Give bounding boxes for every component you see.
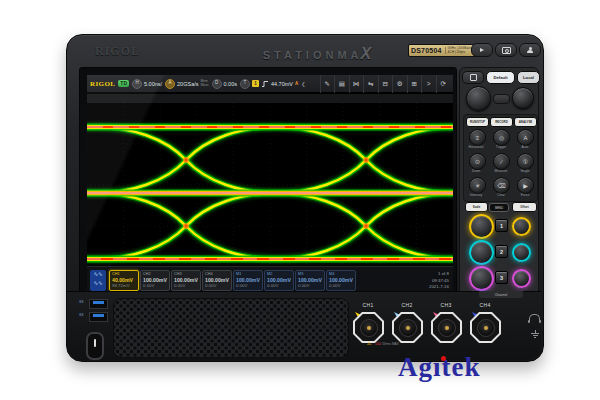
refresh-icon[interactable]: ⟳ bbox=[436, 75, 451, 93]
bnc-label-ch1: CH1 bbox=[353, 302, 383, 308]
toolbar-icon-group: ✎ ▤ ⋈ ⇆ ⊟ ⚙ ⊞ > ⟳ bbox=[320, 75, 451, 93]
user-button[interactable] bbox=[519, 43, 541, 57]
thumb-wave-icon: ∿∿ bbox=[90, 270, 106, 279]
arrows-icon[interactable]: ⇆ bbox=[363, 75, 378, 93]
single-button[interactable]: ① bbox=[517, 153, 534, 170]
bnc-label-ch2: CH2 bbox=[392, 302, 422, 308]
ch2-offset-knob[interactable] bbox=[512, 243, 531, 262]
ch3-select-button[interactable]: 3 bbox=[495, 271, 508, 284]
status-info: 1 of 8 09:37:45 2021-7-16 bbox=[379, 271, 449, 291]
trigger-level-value: 44.70mV bbox=[271, 81, 293, 87]
offset-label-button[interactable]: Offset bbox=[512, 202, 537, 212]
ch1-select-button[interactable]: 1 bbox=[495, 219, 508, 232]
default-button[interactable]: Default bbox=[486, 71, 515, 84]
bnc-connector-ch1[interactable] bbox=[353, 312, 384, 343]
ch3-offset-knob[interactable] bbox=[512, 269, 531, 288]
zoom-button[interactable]: ⊙ bbox=[469, 153, 486, 170]
ch2-scale-knob[interactable] bbox=[469, 240, 494, 265]
bnc-connector-ch3[interactable] bbox=[431, 312, 462, 343]
ch2-select-button[interactable]: 2 bbox=[495, 245, 508, 258]
run-stop-button[interactable]: RUN/STOP bbox=[466, 117, 489, 127]
channel-box-ch3[interactable]: CH3 100.00mV 0.00V bbox=[171, 270, 201, 291]
force-button[interactable]: ▶ bbox=[517, 177, 534, 194]
navigate-button[interactable] bbox=[493, 94, 510, 104]
delay-icon: D bbox=[212, 79, 222, 89]
ch3-scale-knob[interactable] bbox=[469, 266, 494, 291]
trigger-button[interactable]: ◎ bbox=[493, 129, 510, 146]
horizontal-icon: H bbox=[132, 79, 142, 89]
ch1-scale-knob[interactable] bbox=[469, 214, 494, 239]
channel-section-label: Channel bbox=[479, 291, 523, 298]
local-button[interactable]: Local bbox=[517, 71, 540, 84]
touch-icon bbox=[470, 74, 477, 81]
auto-button[interactable]: A bbox=[517, 129, 534, 146]
sample-rate-value: 20GSa/s bbox=[177, 81, 198, 87]
list-icon[interactable]: ▤ bbox=[334, 75, 349, 93]
delay-value: 0.00s bbox=[224, 81, 237, 87]
m2-offset: 0.00V bbox=[267, 283, 291, 288]
touch-lock-button[interactable] bbox=[462, 71, 484, 84]
screenshot-button[interactable] bbox=[495, 43, 517, 57]
run-state-badge[interactable]: TD bbox=[118, 80, 129, 87]
measure-label: Measure bbox=[489, 169, 513, 173]
waveform-thumbnails[interactable]: ∿∿ ∿∿ bbox=[90, 270, 106, 291]
bnc-connector-ch2[interactable] bbox=[392, 312, 423, 343]
logo-text: tek bbox=[442, 352, 481, 382]
more-chevron-icon[interactable]: > bbox=[421, 75, 436, 93]
speaker-grille bbox=[113, 298, 349, 358]
ch3-offset: 0.00V bbox=[174, 283, 198, 288]
multipurpose-knob-b[interactable] bbox=[512, 87, 534, 109]
settings-gear-icon[interactable]: ⚙ bbox=[392, 75, 407, 93]
acquisition-control[interactable]: A 20GSa/s Mem Wave bbox=[165, 79, 208, 89]
right-control-panel: Default Local RUN/STOP RECORD ANALYSE ≡ … bbox=[459, 67, 539, 325]
acquire-mode-icon[interactable]: ⊟ bbox=[378, 75, 393, 93]
trigger-label: Trigger bbox=[489, 145, 513, 149]
measure-button[interactable]: ∕ bbox=[493, 153, 510, 170]
delay-control[interactable]: D 0.00s bbox=[212, 79, 237, 89]
grid-windows-icon[interactable]: ⊞ bbox=[407, 75, 422, 93]
eye-diagram-display[interactable] bbox=[87, 103, 453, 267]
math-box-m4[interactable]: M4 100.00mV 0.00V bbox=[326, 270, 356, 291]
math-box-m1[interactable]: M1 100.00mV 0.00V bbox=[233, 270, 263, 291]
eye-mask-icon[interactable]: ⋈ bbox=[349, 75, 364, 93]
ch4-offset: 0.00V bbox=[205, 283, 229, 288]
ch3-offset-mark: ▲ bbox=[517, 285, 520, 289]
channel-box-ch1[interactable]: CH1 40.00mV 98.72mV bbox=[109, 270, 139, 291]
logo-red-dot bbox=[441, 356, 446, 361]
trigger-control[interactable]: T 1 44.70mV A bbox=[240, 79, 298, 89]
bnc-connector-ch4[interactable] bbox=[470, 312, 501, 343]
math-box-m2[interactable]: M2 100.00mV 0.00V bbox=[264, 270, 294, 291]
horizontal-button[interactable]: ≡ bbox=[469, 129, 486, 146]
intensity-label: Intensity bbox=[464, 193, 488, 197]
pencil-icon[interactable]: ✎ bbox=[320, 75, 335, 93]
wave-label: Wave bbox=[200, 84, 208, 88]
usb-ss-label: SS bbox=[79, 300, 84, 304]
menu-button[interactable]: MENU bbox=[489, 203, 509, 212]
math-box-m3[interactable]: M3 100.00mV 0.00V bbox=[295, 270, 325, 291]
intensity-button[interactable]: ☀ bbox=[469, 177, 486, 194]
brand-logo-embossed: RIGOL bbox=[95, 44, 140, 59]
play-pause-button[interactable] bbox=[471, 43, 493, 57]
memory-mode-labels: Mem Wave bbox=[200, 80, 208, 87]
clock-date: 2021-7-16 bbox=[379, 284, 449, 291]
analyse-button[interactable]: ANALYSE bbox=[514, 117, 537, 127]
clear-button[interactable]: ⌫ bbox=[493, 177, 510, 194]
channel-box-ch4[interactable]: CH4 100.00mV 0.00V bbox=[202, 270, 232, 291]
clear-label: Clear bbox=[489, 193, 513, 197]
collapse-arrow[interactable]: ❮ bbox=[301, 81, 305, 87]
timebase-control[interactable]: H 5.00ns/ bbox=[132, 79, 162, 89]
scale-label-button[interactable]: Scale bbox=[465, 202, 488, 212]
ch1-offset: 98.72mV bbox=[112, 283, 136, 288]
horizontal-label: Horizontal bbox=[464, 145, 488, 149]
power-button[interactable] bbox=[86, 332, 104, 360]
record-button[interactable]: RECORD bbox=[490, 117, 513, 127]
usb-port-2[interactable] bbox=[89, 312, 108, 322]
channel-box-ch2[interactable]: CH2 100.00mV 0.00V bbox=[140, 270, 170, 291]
warning-triangle-icon: ⚠ bbox=[367, 340, 371, 346]
multipurpose-knob-a[interactable] bbox=[466, 86, 491, 111]
ch1-offset-mark: ▲ bbox=[517, 233, 520, 237]
touchscreen[interactable]: RIGOL TD H 5.00ns/ A 20GSa/s Mem Wave D … bbox=[87, 75, 453, 293]
usb-port-1[interactable] bbox=[89, 299, 108, 309]
ch1-offset-knob[interactable] bbox=[512, 217, 531, 236]
trigger-mode-badge: A bbox=[295, 81, 298, 86]
